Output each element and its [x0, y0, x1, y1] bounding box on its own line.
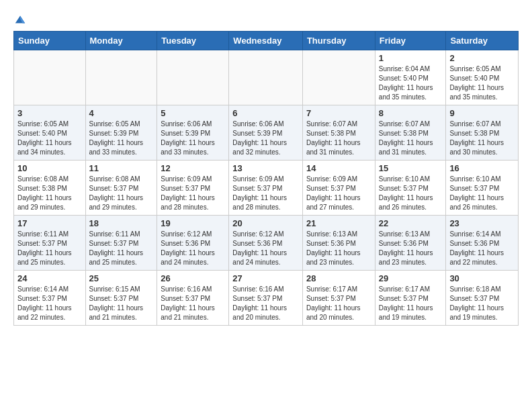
day-number: 27 — [232, 273, 299, 283]
day-number: 16 — [449, 163, 515, 173]
header — [13, 11, 519, 24]
calendar-cell: 24Sunrise: 6:14 AM Sunset: 5:37 PM Dayli… — [14, 271, 86, 326]
day-number: 10 — [17, 163, 82, 173]
day-number: 11 — [89, 163, 154, 173]
calendar-cell: 10Sunrise: 6:08 AM Sunset: 5:38 PM Dayli… — [14, 161, 86, 216]
calendar-week-row: 10Sunrise: 6:08 AM Sunset: 5:38 PM Dayli… — [14, 161, 519, 216]
day-info: Sunrise: 6:17 AM Sunset: 5:37 PM Dayligh… — [306, 285, 371, 322]
calendar-cell: 6Sunrise: 6:06 AM Sunset: 5:39 PM Daylig… — [229, 105, 303, 161]
day-number: 9 — [449, 108, 515, 118]
day-info: Sunrise: 6:06 AM Sunset: 5:39 PM Dayligh… — [161, 120, 225, 157]
day-info: Sunrise: 6:08 AM Sunset: 5:38 PM Dayligh… — [17, 175, 82, 212]
day-info: Sunrise: 6:12 AM Sunset: 5:36 PM Dayligh… — [161, 230, 225, 267]
day-info: Sunrise: 6:05 AM Sunset: 5:40 PM Dayligh… — [17, 120, 82, 157]
calendar-cell: 30Sunrise: 6:18 AM Sunset: 5:37 PM Dayli… — [446, 271, 519, 326]
calendar-cell: 16Sunrise: 6:10 AM Sunset: 5:37 PM Dayli… — [446, 161, 519, 216]
calendar-cell — [229, 50, 303, 105]
day-info: Sunrise: 6:14 AM Sunset: 5:37 PM Dayligh… — [17, 285, 82, 322]
calendar-cell: 22Sunrise: 6:13 AM Sunset: 5:36 PM Dayli… — [375, 216, 446, 271]
calendar-cell: 21Sunrise: 6:13 AM Sunset: 5:36 PM Dayli… — [302, 216, 375, 271]
day-info: Sunrise: 6:06 AM Sunset: 5:39 PM Dayligh… — [232, 120, 299, 157]
calendar-cell: 2Sunrise: 6:05 AM Sunset: 5:40 PM Daylig… — [446, 50, 519, 105]
calendar-week-row: 1Sunrise: 6:04 AM Sunset: 5:40 PM Daylig… — [14, 50, 519, 105]
calendar-week-row: 24Sunrise: 6:14 AM Sunset: 5:37 PM Dayli… — [14, 271, 519, 326]
day-info: Sunrise: 6:11 AM Sunset: 5:37 PM Dayligh… — [17, 230, 82, 267]
calendar-cell: 15Sunrise: 6:10 AM Sunset: 5:37 PM Dayli… — [375, 161, 446, 216]
calendar-cell — [157, 50, 229, 105]
calendar-week-row: 17Sunrise: 6:11 AM Sunset: 5:37 PM Dayli… — [14, 216, 519, 271]
day-info: Sunrise: 6:11 AM Sunset: 5:37 PM Dayligh… — [89, 230, 154, 267]
day-info: Sunrise: 6:05 AM Sunset: 5:40 PM Dayligh… — [449, 64, 515, 102]
day-number: 5 — [161, 108, 225, 118]
day-info: Sunrise: 6:07 AM Sunset: 5:38 PM Dayligh… — [306, 120, 371, 157]
day-info: Sunrise: 6:05 AM Sunset: 5:39 PM Dayligh… — [89, 120, 154, 157]
day-info: Sunrise: 6:09 AM Sunset: 5:37 PM Dayligh… — [161, 175, 225, 212]
day-number: 18 — [89, 218, 154, 228]
weekday-header-sunday: Sunday — [14, 32, 86, 50]
calendar-cell — [14, 50, 86, 105]
day-number: 22 — [379, 218, 443, 228]
day-info: Sunrise: 6:12 AM Sunset: 5:36 PM Dayligh… — [232, 230, 299, 267]
day-number: 3 — [17, 108, 82, 118]
calendar-cell: 14Sunrise: 6:09 AM Sunset: 5:37 PM Dayli… — [302, 161, 375, 216]
day-info: Sunrise: 6:07 AM Sunset: 5:38 PM Dayligh… — [449, 120, 515, 157]
calendar-cell: 8Sunrise: 6:07 AM Sunset: 5:38 PM Daylig… — [375, 105, 446, 161]
day-number: 7 — [306, 108, 371, 118]
calendar-cell: 4Sunrise: 6:05 AM Sunset: 5:39 PM Daylig… — [85, 105, 157, 161]
day-number: 4 — [89, 108, 154, 118]
day-info: Sunrise: 6:17 AM Sunset: 5:37 PM Dayligh… — [379, 285, 443, 322]
day-number: 12 — [161, 163, 225, 173]
calendar-cell — [302, 50, 375, 105]
day-number: 17 — [17, 218, 82, 228]
day-number: 26 — [161, 273, 225, 283]
day-info: Sunrise: 6:04 AM Sunset: 5:40 PM Dayligh… — [379, 64, 443, 102]
day-number: 2 — [449, 53, 515, 63]
calendar-week-row: 3Sunrise: 6:05 AM Sunset: 5:40 PM Daylig… — [14, 105, 519, 161]
calendar-cell: 13Sunrise: 6:09 AM Sunset: 5:37 PM Dayli… — [229, 161, 303, 216]
day-number: 14 — [306, 163, 371, 173]
day-info: Sunrise: 6:15 AM Sunset: 5:37 PM Dayligh… — [89, 285, 154, 322]
day-info: Sunrise: 6:13 AM Sunset: 5:36 PM Dayligh… — [379, 230, 443, 267]
calendar-cell: 3Sunrise: 6:05 AM Sunset: 5:40 PM Daylig… — [14, 105, 86, 161]
weekday-header-friday: Friday — [375, 32, 446, 50]
day-number: 29 — [379, 273, 443, 283]
calendar-cell: 26Sunrise: 6:16 AM Sunset: 5:37 PM Dayli… — [157, 271, 229, 326]
calendar-cell: 18Sunrise: 6:11 AM Sunset: 5:37 PM Dayli… — [85, 216, 157, 271]
day-number: 25 — [89, 273, 154, 283]
day-info: Sunrise: 6:09 AM Sunset: 5:37 PM Dayligh… — [306, 175, 371, 212]
calendar-cell: 17Sunrise: 6:11 AM Sunset: 5:37 PM Dayli… — [14, 216, 86, 271]
day-info: Sunrise: 6:14 AM Sunset: 5:36 PM Dayligh… — [449, 230, 515, 267]
logo — [13, 13, 26, 24]
day-info: Sunrise: 6:10 AM Sunset: 5:37 PM Dayligh… — [449, 175, 515, 212]
page: SundayMondayTuesdayWednesdayThursdayFrid… — [0, 0, 532, 332]
day-info: Sunrise: 6:08 AM Sunset: 5:37 PM Dayligh… — [89, 175, 154, 212]
calendar-table: SundayMondayTuesdayWednesdayThursdayFrid… — [13, 31, 519, 326]
calendar-cell: 7Sunrise: 6:07 AM Sunset: 5:38 PM Daylig… — [302, 105, 375, 161]
day-number: 1 — [379, 53, 443, 63]
logo-icon — [14, 13, 26, 26]
day-info: Sunrise: 6:10 AM Sunset: 5:37 PM Dayligh… — [379, 175, 443, 212]
calendar-cell: 5Sunrise: 6:06 AM Sunset: 5:39 PM Daylig… — [157, 105, 229, 161]
day-number: 8 — [379, 108, 443, 118]
day-number: 13 — [232, 163, 299, 173]
day-info: Sunrise: 6:16 AM Sunset: 5:37 PM Dayligh… — [232, 285, 299, 322]
day-number: 23 — [449, 218, 515, 228]
calendar-header-row: SundayMondayTuesdayWednesdayThursdayFrid… — [14, 32, 519, 50]
day-number: 15 — [379, 163, 443, 173]
day-number: 20 — [232, 218, 299, 228]
calendar-cell: 19Sunrise: 6:12 AM Sunset: 5:36 PM Dayli… — [157, 216, 229, 271]
weekday-header-saturday: Saturday — [446, 32, 519, 50]
calendar-cell: 20Sunrise: 6:12 AM Sunset: 5:36 PM Dayli… — [229, 216, 303, 271]
day-number: 6 — [232, 108, 299, 118]
day-number: 21 — [306, 218, 371, 228]
calendar-cell: 12Sunrise: 6:09 AM Sunset: 5:37 PM Dayli… — [157, 161, 229, 216]
day-number: 30 — [449, 273, 515, 283]
day-info: Sunrise: 6:18 AM Sunset: 5:37 PM Dayligh… — [449, 285, 515, 322]
day-info: Sunrise: 6:07 AM Sunset: 5:38 PM Dayligh… — [379, 120, 443, 157]
calendar-cell: 25Sunrise: 6:15 AM Sunset: 5:37 PM Dayli… — [85, 271, 157, 326]
calendar-cell — [85, 50, 157, 105]
calendar-cell: 9Sunrise: 6:07 AM Sunset: 5:38 PM Daylig… — [446, 105, 519, 161]
weekday-header-monday: Monday — [85, 32, 157, 50]
calendar-cell: 23Sunrise: 6:14 AM Sunset: 5:36 PM Dayli… — [446, 216, 519, 271]
day-info: Sunrise: 6:13 AM Sunset: 5:36 PM Dayligh… — [306, 230, 371, 267]
